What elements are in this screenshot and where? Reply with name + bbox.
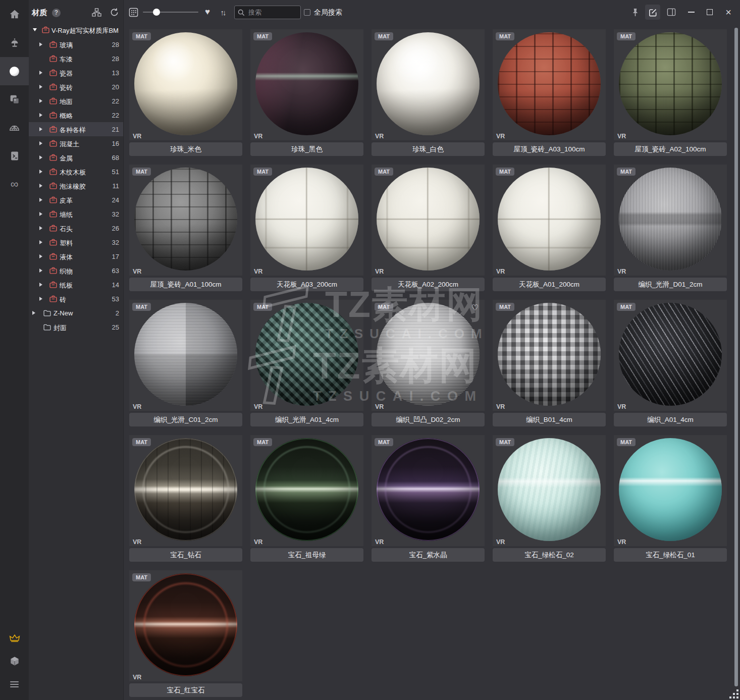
pin-button[interactable]: [628, 0, 642, 24]
search-box[interactable]: [234, 6, 301, 19]
material-tile[interactable]: MAT VR 宝石_绿松石_01: [614, 435, 727, 562]
material-tile[interactable]: MAT VR 编织_光滑_D01_2cm: [614, 165, 727, 291]
side-panel-toggle-button[interactable]: [664, 0, 678, 24]
refresh-button[interactable]: [110, 8, 119, 19]
slider-thumb[interactable]: [153, 9, 160, 16]
expand-arrow-icon[interactable]: [39, 42, 42, 46]
tree-item[interactable]: 石头 26: [29, 221, 123, 235]
rail-assets-button[interactable]: [0, 650, 29, 673]
rail-unlimited-button[interactable]: ∞: [0, 170, 29, 198]
close-button[interactable]: ×: [721, 0, 736, 24]
scrollbar-thumb[interactable]: [734, 28, 738, 686]
material-tile[interactable]: MAT VR 宝石_紫水晶: [372, 435, 485, 562]
tree-item[interactable]: Z-New 2: [29, 306, 123, 320]
material-tile[interactable]: MAT VR 屋顶_瓷砖_A01_100cm: [129, 165, 242, 291]
material-tile[interactable]: MAT VR 珍珠_白色: [372, 29, 485, 156]
expand-arrow-icon[interactable]: [39, 254, 42, 258]
thumbnail-size-slider[interactable]: [143, 0, 198, 24]
expand-arrow-icon[interactable]: [39, 297, 42, 301]
tree-item[interactable]: 皮革 24: [29, 193, 123, 207]
material-sphere-preview: [255, 303, 358, 406]
tree-item[interactable]: 概略 22: [29, 108, 123, 122]
tree-item[interactable]: 玻璃 28: [29, 37, 123, 51]
search-input[interactable]: [247, 8, 297, 17]
material-tile[interactable]: MAT ♡ VR 编织_凹凸_D02_2cm: [372, 300, 485, 426]
tree-item[interactable]: 瓷砖 20: [29, 80, 123, 94]
tree-item[interactable]: 泡沫橡胶 11: [29, 179, 123, 193]
maximize-button[interactable]: [702, 0, 717, 24]
tree-item[interactable]: 瓷器 13: [29, 66, 123, 80]
material-tile[interactable]: MAT VR 编织_B01_4cm: [493, 300, 606, 426]
expand-arrow-icon[interactable]: [39, 113, 42, 117]
tree-item[interactable]: 混凝土 16: [29, 136, 123, 150]
material-tile[interactable]: MAT VR 屋顶_瓷砖_A02_100cm: [614, 29, 727, 156]
expand-arrow-icon[interactable]: [39, 283, 42, 287]
material-tile[interactable]: MAT VR 编织_A01_4cm: [614, 300, 727, 426]
tree-item[interactable]: 织物 63: [29, 263, 123, 278]
expand-arrow-icon[interactable]: [39, 85, 42, 89]
expand-arrow-icon[interactable]: [39, 170, 42, 174]
rail-scripts-button[interactable]: [0, 142, 29, 170]
slider-track[interactable]: [143, 12, 198, 13]
tree-item[interactable]: 塑料 32: [29, 235, 123, 249]
favorite-heart-icon[interactable]: ♡: [471, 303, 479, 312]
edit-icon: [649, 8, 657, 17]
material-tile[interactable]: MAT VR 天花板_A01_200cm: [493, 165, 606, 291]
rail-menu-button[interactable]: [0, 673, 29, 696]
material-type-badge: MAT: [132, 32, 151, 40]
material-tile[interactable]: MAT VR 宝石_红宝石: [129, 570, 242, 697]
help-icon[interactable]: ?: [52, 9, 61, 17]
material-tile[interactable]: MAT VR 宝石_钻石: [129, 435, 242, 562]
tree-root-item[interactable]: V-Ray超写实材质库BM: [29, 23, 123, 37]
sort-button[interactable]: ↑↓: [216, 0, 230, 24]
vertical-scrollbar[interactable]: [734, 28, 738, 686]
expand-arrow-icon[interactable]: [32, 311, 35, 315]
rail-home-button[interactable]: [0, 0, 29, 28]
rail-models-button[interactable]: [0, 29, 29, 57]
favorites-filter-button[interactable]: ♥: [200, 0, 215, 24]
rail-textures-button[interactable]: [0, 85, 29, 114]
material-tile[interactable]: MAT VR 屋顶_瓷砖_A03_100cm: [493, 29, 606, 156]
material-tile[interactable]: MAT VR 编织_光滑_A01_4cm: [250, 300, 363, 426]
expand-arrow-icon[interactable]: [39, 226, 42, 230]
rail-ies-button[interactable]: [0, 114, 29, 142]
edit-mode-button[interactable]: [645, 0, 660, 24]
tree-item[interactable]: 各种各样 21: [29, 122, 123, 136]
expand-arrow-icon[interactable]: [39, 71, 42, 75]
material-tile[interactable]: MAT VR 宝石_绿松石_02: [493, 435, 606, 562]
thumbnail-view-button[interactable]: [126, 0, 141, 24]
rail-premium-button[interactable]: [0, 626, 29, 649]
minimize-button[interactable]: [683, 0, 699, 24]
expand-arrow-icon[interactable]: [39, 198, 42, 202]
expand-arrow-icon[interactable]: [39, 212, 42, 216]
tree-item[interactable]: 纸板 14: [29, 278, 123, 292]
tree-item[interactable]: 地面 22: [29, 94, 123, 108]
hierarchy-view-button[interactable]: [92, 8, 101, 19]
material-tile[interactable]: MAT VR 宝石_祖母绿: [250, 435, 363, 562]
material-preview-area: MAT VR: [493, 435, 606, 546]
tree-item[interactable]: 液体 17: [29, 249, 123, 263]
expand-arrow-icon[interactable]: [39, 141, 42, 145]
expand-arrow-icon[interactable]: [39, 240, 42, 244]
material-tile[interactable]: MAT VR 珍珠_黑色: [250, 29, 363, 156]
expand-arrow-icon[interactable]: [39, 268, 42, 273]
expand-arrow-icon[interactable]: [39, 127, 42, 131]
material-type-badge: MAT: [253, 438, 272, 446]
tree-item[interactable]: 金属 68: [29, 150, 123, 165]
material-tile[interactable]: MAT VR 天花板_A03_200cm: [250, 165, 363, 291]
material-tile[interactable]: MAT VR 珍珠_米色: [129, 29, 242, 156]
rail-materials-button[interactable]: [0, 57, 29, 85]
expand-arrow-icon[interactable]: [39, 99, 42, 103]
tree-item[interactable]: 木纹木板 51: [29, 165, 123, 179]
tree-item[interactable]: 砖 53: [29, 292, 123, 306]
expand-arrow-icon[interactable]: [39, 155, 42, 159]
resize-grip[interactable]: [729, 689, 739, 699]
tree-item[interactable]: 车漆 28: [29, 51, 123, 66]
tree-item[interactable]: 墙纸 32: [29, 207, 123, 221]
tree-item[interactable]: 封面 25: [29, 320, 123, 334]
material-tile[interactable]: MAT VR 编织_光滑_C01_2cm: [129, 300, 242, 426]
expand-arrow-icon[interactable]: [39, 184, 42, 188]
material-tile[interactable]: MAT VR 天花板_A02_200cm: [372, 165, 485, 291]
global-search-checkbox[interactable]: [304, 9, 310, 16]
collapse-arrow-icon[interactable]: [33, 28, 37, 31]
